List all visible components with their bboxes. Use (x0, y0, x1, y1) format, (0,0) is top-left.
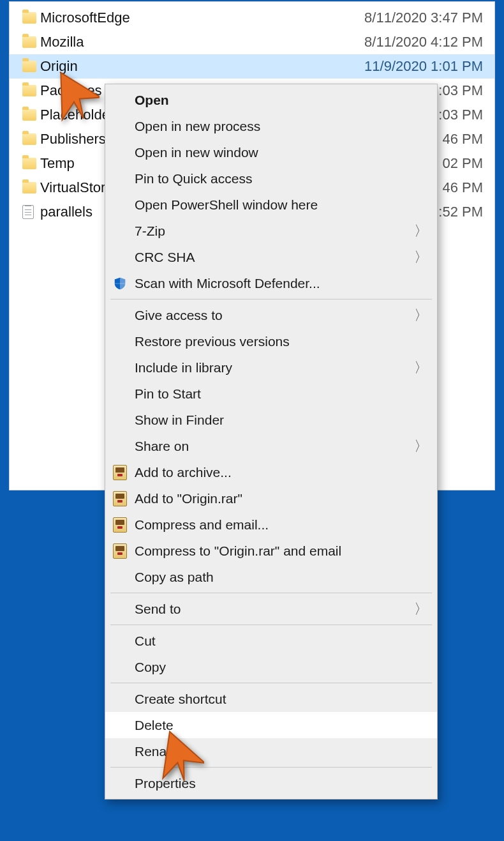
menu-item-copy[interactable]: Copy (105, 654, 437, 680)
menu-label: Copy as path (135, 570, 428, 585)
menu-item-share-on[interactable]: Share on 〉 (105, 433, 437, 459)
file-date: 46 PM (442, 179, 483, 196)
menu-item-add-origin-rar[interactable]: Add to "Origin.rar" (105, 485, 437, 511)
menu-separator (110, 593, 432, 593)
menu-item-copy-path[interactable]: Copy as path (105, 564, 437, 590)
menu-label: Open (135, 93, 428, 108)
menu-label: Create shortcut (135, 692, 428, 707)
menu-label: Copy (135, 660, 428, 675)
annotation-arrow-icon (42, 68, 100, 125)
menu-label: Cut (135, 633, 428, 649)
chevron-right-icon: 〉 (414, 358, 428, 377)
menu-item-compress-email[interactable]: Compress and email... (105, 511, 437, 538)
file-name: MicrosoftEdge (40, 10, 364, 26)
chevron-right-icon: 〉 (414, 222, 428, 241)
file-date: 8/11/2020 4:12 PM (364, 34, 483, 50)
menu-label: Restore previous versions (135, 334, 428, 349)
folder-icon (22, 36, 40, 48)
menu-item-restore-versions[interactable]: Restore previous versions (105, 328, 437, 354)
menu-item-give-access[interactable]: Give access to 〉 (105, 302, 437, 328)
file-name: Mozilla (40, 34, 364, 50)
chevron-right-icon: 〉 (414, 437, 428, 456)
folder-icon (22, 182, 40, 193)
menu-item-send-to[interactable]: Send to 〉 (105, 596, 437, 622)
file-date: 46 PM (442, 131, 483, 148)
menu-separator (110, 299, 432, 299)
menu-label: Give access to (135, 308, 414, 323)
file-date: :03 PM (438, 107, 483, 123)
menu-item-add-archive[interactable]: Add to archive... (105, 459, 437, 485)
menu-label: Open PowerShell window here (135, 197, 428, 213)
menu-label: Show in Finder (135, 413, 428, 428)
menu-item-open-new-process[interactable]: Open in new process (105, 113, 437, 139)
file-row[interactable]: MicrosoftEdge 8/11/2020 3:47 PM (10, 6, 494, 30)
menu-separator (110, 683, 432, 683)
archive-icon (113, 465, 135, 480)
menu-item-scan-defender[interactable]: Scan with Microsoft Defender... (105, 270, 437, 296)
text-file-icon (22, 205, 40, 219)
menu-label: Pin to Start (135, 386, 428, 402)
menu-item-7zip[interactable]: 7-Zip 〉 (105, 218, 437, 244)
menu-item-create-shortcut[interactable]: Create shortcut (105, 686, 437, 712)
context-menu: Open Open in new process Open in new win… (105, 84, 438, 799)
chevron-right-icon: 〉 (414, 248, 428, 267)
menu-label: Add to "Origin.rar" (135, 491, 428, 506)
menu-label: 7-Zip (135, 224, 414, 239)
menu-label: Compress and email... (135, 517, 428, 533)
menu-item-pin-start[interactable]: Pin to Start (105, 381, 437, 407)
chevron-right-icon: 〉 (414, 306, 428, 325)
archive-icon (113, 491, 135, 506)
file-date: :52 PM (438, 204, 483, 220)
menu-label: Open in new process (135, 119, 428, 134)
folder-icon (22, 133, 40, 145)
archive-icon (113, 517, 135, 533)
menu-item-open[interactable]: Open (105, 87, 437, 113)
menu-separator (110, 625, 432, 625)
file-row[interactable]: Mozilla 8/11/2020 4:12 PM (10, 30, 494, 54)
folder-icon (22, 158, 40, 169)
menu-item-open-new-window[interactable]: Open in new window (105, 139, 437, 165)
menu-label: Send to (135, 602, 414, 617)
menu-item-cut[interactable]: Cut (105, 628, 437, 654)
menu-item-crc-sha[interactable]: CRC SHA 〉 (105, 244, 437, 270)
menu-label: Add to archive... (135, 465, 428, 480)
file-date: :03 PM (438, 82, 483, 99)
chevron-right-icon: 〉 (414, 600, 428, 619)
menu-label: CRC SHA (135, 250, 414, 265)
file-date: 8/11/2020 3:47 PM (364, 10, 483, 26)
menu-label: Include in library (135, 360, 414, 375)
folder-icon (22, 61, 40, 72)
menu-label: Pin to Quick access (135, 171, 428, 186)
menu-item-pin-quick-access[interactable]: Pin to Quick access (105, 165, 437, 192)
menu-label: Share on (135, 439, 414, 454)
file-date: 02 PM (442, 155, 483, 172)
shield-icon (113, 277, 135, 291)
menu-item-compress-origin-email[interactable]: Compress to "Origin.rar" and email (105, 538, 437, 564)
archive-icon (113, 543, 135, 559)
folder-icon (22, 109, 40, 121)
menu-label: Open in new window (135, 145, 428, 160)
file-date: 11/9/2020 1:01 PM (364, 58, 483, 75)
folder-icon (22, 85, 40, 96)
menu-item-include-library[interactable]: Include in library 〉 (105, 354, 437, 381)
menu-label: Compress to "Origin.rar" and email (135, 543, 428, 559)
menu-item-open-powershell[interactable]: Open PowerShell window here (105, 192, 437, 218)
folder-icon (22, 12, 40, 24)
menu-label: Scan with Microsoft Defender... (135, 276, 428, 291)
annotation-arrow-icon (147, 728, 204, 785)
menu-item-show-finder[interactable]: Show in Finder (105, 407, 437, 433)
